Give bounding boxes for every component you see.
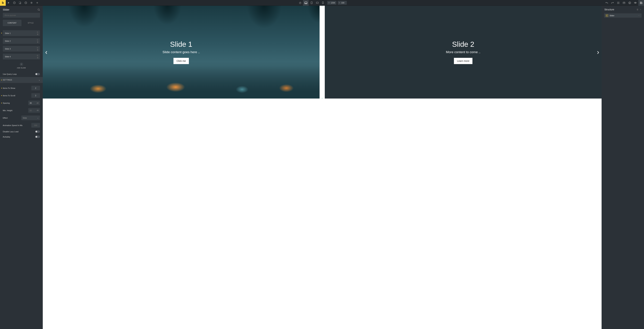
slider-element-icon: ◧ xyxy=(606,14,608,17)
settings-header[interactable]: SETTINGS ⌄ xyxy=(0,77,43,83)
svg-point-12 xyxy=(38,9,40,10)
width-label: W xyxy=(328,2,330,4)
structure-item-label: Slider xyxy=(610,14,614,16)
search-icon[interactable] xyxy=(38,8,40,11)
redo-icon[interactable] xyxy=(610,0,616,6)
zoom-value: 100 xyxy=(341,2,346,4)
svg-rect-2 xyxy=(19,2,20,4)
effect-select[interactable]: Slide ⌄ xyxy=(21,116,40,120)
preview-icon[interactable] xyxy=(632,0,638,6)
slide-item-3[interactable]: Slide 3 ⧉🗑 xyxy=(3,46,40,52)
help-icon[interactable]: ? xyxy=(12,0,17,6)
tab-style[interactable]: STYLE xyxy=(22,20,40,26)
svg-rect-7 xyxy=(316,2,318,4)
slide-item-2[interactable]: Slide 2 ⧉🗑 xyxy=(3,38,40,44)
svg-text:?: ? xyxy=(14,2,15,4)
copy-icon[interactable]: ⧉ xyxy=(37,31,38,33)
min-height-label: Min. Height xyxy=(3,110,12,112)
reload-icon[interactable] xyxy=(297,0,303,6)
slide-label: Slide 3 xyxy=(5,48,11,50)
structure-toggle-icon[interactable] xyxy=(616,0,621,6)
settings-icon[interactable] xyxy=(28,0,34,6)
items-to-scroll-label: Items To Scroll xyxy=(3,94,15,96)
query-loop-label: Use Query Loop xyxy=(3,73,16,75)
more-icon[interactable]: ⋯ xyxy=(638,14,640,16)
undo-icon[interactable] xyxy=(604,0,610,6)
delete-icon[interactable]: 🗑 xyxy=(37,34,38,35)
id-input-placeholder: #brxe-pyzoax xyxy=(4,14,16,16)
slide-button[interactable]: Click me xyxy=(174,58,189,64)
pages-icon[interactable] xyxy=(17,0,23,6)
history-icon[interactable] xyxy=(23,0,28,6)
anim-speed-label: Animation Speed In Ms xyxy=(3,124,22,126)
width-input[interactable]: W 1264 xyxy=(327,1,336,5)
delete-icon[interactable]: 🗑 xyxy=(37,41,38,43)
slide-content: More content to come .. xyxy=(446,50,480,54)
autoplay-label: Autoplay xyxy=(3,136,10,138)
svg-rect-5 xyxy=(305,2,307,4)
wordpress-icon[interactable] xyxy=(627,0,632,6)
anim-speed-input[interactable]: 300 xyxy=(31,123,40,128)
slide-1[interactable]: Slide 1 Slide content goes here .. Click… xyxy=(43,6,320,98)
desktop-device-icon[interactable] xyxy=(303,0,309,6)
zoom-label: % xyxy=(339,2,340,4)
panel-title: Slider xyxy=(3,8,9,11)
slide-content: Slide content goes here .. xyxy=(162,50,200,54)
svg-point-11 xyxy=(635,2,636,3)
slide-label: Slide 4 xyxy=(5,56,11,58)
canvas[interactable]: Slide 1 Slide content goes here .. Click… xyxy=(43,6,602,329)
tab-content[interactable]: CONTENT xyxy=(3,20,22,26)
chevron-down-icon: ⌄ xyxy=(37,117,38,119)
slide-title: Slide 1 xyxy=(170,40,192,48)
effect-label: Effect xyxy=(3,117,8,119)
element-id-input[interactable]: #brxe-pyzoax xyxy=(3,13,40,18)
add-icon[interactable] xyxy=(34,0,40,6)
top-toolbar: b ? W 1264 % xyxy=(0,0,644,6)
settings-header-label: SETTINGS xyxy=(3,79,12,81)
slide-item-1[interactable]: Slide 1 ⧉🗑 xyxy=(3,30,40,36)
play-icon[interactable] xyxy=(6,0,12,6)
copy-icon[interactable]: ⧉ xyxy=(37,39,38,41)
items-to-show-input[interactable]: 2 xyxy=(31,86,40,90)
slider-prev-icon[interactable]: ‹ xyxy=(45,48,48,56)
templates-icon[interactable] xyxy=(621,0,627,6)
slide-item-4[interactable]: Slide 4 ⧉🗑 xyxy=(3,54,40,60)
delete-icon[interactable]: 🗑 xyxy=(37,57,38,58)
slider-next-icon[interactable]: › xyxy=(597,48,599,56)
tablet-landscape-icon[interactable] xyxy=(314,0,320,6)
spacing-input[interactable]: 30 px xyxy=(28,100,40,105)
left-panel: Slider #brxe-pyzoax CONTENT STYLE Slide … xyxy=(0,6,43,329)
structure-item-slider[interactable]: ◧ Slider ⋯ xyxy=(604,13,642,18)
min-height-input[interactable]: 50 vh xyxy=(28,108,40,113)
slide-2[interactable]: Slide 2 More content to come .. Learn mo… xyxy=(325,6,602,98)
slider-element[interactable]: Slide 1 Slide content goes here .. Click… xyxy=(43,6,602,98)
svg-point-4 xyxy=(31,2,32,3)
items-to-scroll-input[interactable]: 2 xyxy=(31,93,40,98)
chevron-down-icon: ⌄ xyxy=(38,79,40,81)
width-value: 1264 xyxy=(331,2,335,4)
copy-icon[interactable]: ⧉ xyxy=(37,55,38,56)
add-slide-label: ADD SLIDE xyxy=(0,67,43,69)
delete-icon[interactable]: 🗑 xyxy=(37,49,38,51)
spacing-label: Spacing xyxy=(3,102,10,104)
query-loop-toggle[interactable] xyxy=(35,73,40,75)
logo[interactable]: b xyxy=(0,0,6,6)
svg-rect-6 xyxy=(311,2,312,4)
mobile-device-icon[interactable] xyxy=(320,0,326,6)
zoom-input[interactable]: % 100 xyxy=(338,1,347,5)
lazy-load-label: Disable Lazy Load xyxy=(3,130,18,133)
tablet-portrait-icon[interactable] xyxy=(309,0,314,6)
slide-label: Slide 2 xyxy=(5,40,11,42)
slide-button[interactable]: Learn more xyxy=(454,58,472,64)
delete-icon[interactable]: 🗑 xyxy=(636,8,639,11)
add-icon[interactable]: + xyxy=(640,8,641,11)
slide-title: Slide 2 xyxy=(452,40,474,48)
lazy-load-toggle[interactable] xyxy=(35,130,40,133)
add-slide-button[interactable]: + xyxy=(20,62,23,66)
copy-icon[interactable]: ⧉ xyxy=(37,47,38,49)
slide-label: Slide 1 xyxy=(5,32,11,34)
structure-title: Structure xyxy=(604,8,614,11)
save-button[interactable] xyxy=(638,0,644,6)
items-to-show-label: Items To Show xyxy=(3,87,15,89)
autoplay-toggle[interactable] xyxy=(35,136,40,138)
